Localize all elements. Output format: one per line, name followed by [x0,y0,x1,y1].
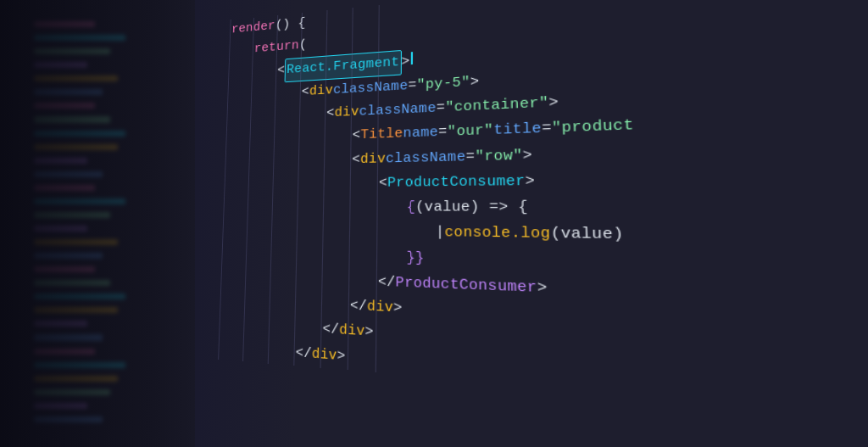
tag-div-close1: div [367,294,393,321]
code-content: render() { return ( <React.Fragment> <di… [188,0,868,432]
val-our: "our" [448,119,494,145]
attr-title: title [493,117,542,144]
val-container: "container" [445,91,549,120]
tag-div3: div [360,147,386,171]
tag-title: Title [360,122,403,148]
attr-classname2: className [359,97,436,124]
code-area: render() { return ( <React.Fragment> <di… [195,0,868,447]
tag-div-close2: div [339,318,365,345]
brace-open: { [407,196,416,221]
tag-div: div [309,79,334,103]
attr-name: name [403,121,438,147]
val-row: "row" [475,143,523,170]
text-cursor [411,52,413,64]
blurred-code-panel [25,0,195,447]
val-py5: "py-5" [417,70,470,98]
console-log: console.log [445,221,551,248]
braces-close: }} [407,245,425,271]
val-product: "product [551,113,634,142]
attr-classname3: className [386,145,466,171]
tag-div-close3: div [312,342,337,369]
code-editor: render() { return ( <React.Fragment> <di… [0,0,868,447]
tag-productconsumer: ProductConsumer [387,169,526,196]
tag-div2: div [334,101,359,126]
